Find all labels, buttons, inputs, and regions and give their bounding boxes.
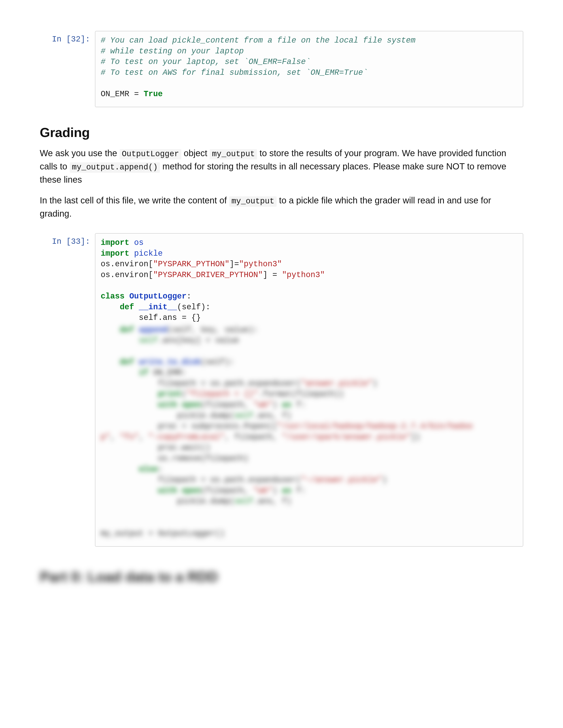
text: In the last cell of this file, we write …	[40, 195, 229, 205]
code-string: "PYSPARK_DRIVER_PYTHON"	[153, 270, 263, 280]
code-cell-2: In [33]: import os import pickle os.envi…	[40, 233, 523, 547]
blurred-code: def append(self, key, value): self.ans[k…	[101, 325, 518, 539]
code-keyword: def	[120, 303, 134, 312]
code-module: pickle	[134, 249, 163, 258]
code-text: :	[186, 292, 191, 301]
code-text: os.environ[	[101, 260, 153, 269]
code-text: ] =	[263, 270, 282, 280]
code-comment: # To test on AWS for final submission, s…	[101, 68, 368, 77]
inline-code: my_output.append()	[70, 162, 160, 173]
inline-code: my_output	[210, 149, 257, 159]
code-string: "PYSPARK_PYTHON"	[153, 260, 229, 269]
code-string: "python3"	[282, 270, 325, 280]
code-keyword: True	[143, 90, 162, 99]
blurred-next-heading: Part 0: Load data to a RDD	[40, 569, 523, 585]
cell-1-prompt: In [32]:	[40, 31, 95, 44]
code-classname: OutputLogger	[129, 292, 186, 301]
inline-code: my_output	[229, 196, 276, 207]
code-funcname: __init__	[139, 303, 177, 312]
code-keyword: import	[101, 238, 129, 247]
grading-paragraph-1: We ask you use the OutputLogger object m…	[40, 147, 523, 186]
blurred-heading-text: Part 0: Load data to a RDD	[40, 569, 523, 585]
code-text: ]=	[229, 260, 239, 269]
text: object	[184, 148, 210, 158]
grading-paragraph-2: In the last cell of this file, we write …	[40, 194, 523, 220]
code-keyword: import	[101, 249, 129, 258]
code-module: os	[134, 238, 143, 247]
code-comment: # To test on your laptop, set `ON_EMR=Fa…	[101, 57, 311, 66]
code-text: ON_EMR =	[101, 90, 143, 99]
code-text: os.environ[	[101, 270, 153, 280]
code-text: (self):	[177, 303, 210, 312]
grading-heading: Grading	[40, 125, 523, 140]
code-comment: # while testing on your laptop	[101, 47, 244, 56]
cell-1-code: # You can load pickle_content from a fil…	[101, 35, 518, 100]
code-text: self.ans = {}	[139, 313, 201, 322]
code-string: "python3"	[239, 260, 282, 269]
cell-2-code: import os import pickle os.environ["PYSP…	[101, 238, 518, 323]
code-keyword: class	[101, 292, 124, 301]
cell-2-prompt: In [33]:	[40, 233, 95, 246]
code-comment: # You can load pickle_content from a fil…	[101, 36, 416, 45]
text: We ask you use the	[40, 148, 120, 158]
page: In [32]: # You can load pickle_content f…	[0, 0, 563, 629]
inline-code: OutputLogger	[120, 149, 181, 159]
code-cell-1: In [32]: # You can load pickle_content f…	[40, 31, 523, 107]
cell-1-code-box[interactable]: # You can load pickle_content from a fil…	[95, 31, 523, 107]
cell-2-code-box[interactable]: import os import pickle os.environ["PYSP…	[95, 233, 523, 547]
blurred-code-region: def append(self, key, value): self.ans[k…	[101, 325, 518, 539]
